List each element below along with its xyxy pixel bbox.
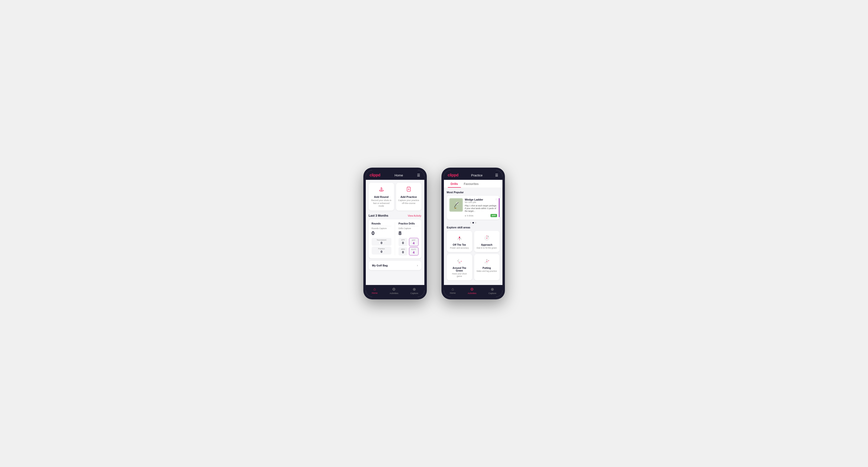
practice-label: Practice bbox=[373, 248, 391, 250]
practice-home-label: Home bbox=[450, 292, 456, 294]
svg-point-21 bbox=[486, 261, 487, 262]
skill-card-approach[interactable]: Approach Dial-in to hit the green bbox=[474, 231, 499, 252]
drill-thumbnail bbox=[449, 198, 463, 212]
shots-dot-icon: ● bbox=[465, 215, 466, 217]
off-the-tee-desc: Power and accuracy bbox=[449, 247, 470, 249]
carousel-dots bbox=[447, 222, 499, 223]
svg-point-8 bbox=[454, 208, 456, 209]
drills-big-val: 8 bbox=[399, 230, 418, 237]
tab-drills[interactable]: Drills bbox=[448, 180, 461, 188]
most-popular-title: Most Popular bbox=[447, 191, 499, 194]
golf-bag-row[interactable]: My Golf Bag › bbox=[369, 261, 422, 270]
add-round-card[interactable]: Add Round Record your shots in fast or e… bbox=[369, 183, 394, 211]
putting-name: Putting bbox=[476, 267, 497, 269]
add-round-icon bbox=[371, 186, 392, 194]
drill-desc: Play 1 shot at each target yardage. If y… bbox=[465, 205, 497, 213]
rounds-sub-row: Tournament 0 bbox=[372, 238, 392, 246]
tournament-box: Tournament 0 bbox=[372, 238, 392, 246]
phone-practice: clippd Practice ☰ Drills Favourites Most… bbox=[441, 167, 505, 300]
skill-grid: Off The Tee Power and accuracy Approach … bbox=[447, 231, 499, 280]
putting-icon bbox=[483, 257, 491, 266]
ott-label: OTT bbox=[400, 239, 407, 241]
skill-card-off-the-tee[interactable]: Off The Tee Power and accuracy bbox=[447, 231, 472, 252]
drill-card-wedge-ladder[interactable]: Wedge Ladder 50–100 yds Play 1 shot at e… bbox=[447, 196, 499, 220]
tournament-label: Tournament bbox=[373, 239, 391, 241]
app-header-practice: clippd Practice ☰ bbox=[444, 170, 502, 180]
practice-nav-home[interactable]: ⌂ Home bbox=[450, 287, 456, 294]
practice-tabs: Drills Favourites bbox=[444, 180, 502, 188]
activity-section-header: Last 3 Months View Activity bbox=[369, 214, 422, 217]
capture-nav-label: Capture bbox=[410, 292, 418, 294]
tab-favourites[interactable]: Favourites bbox=[461, 180, 482, 188]
app-logo: clippd bbox=[370, 173, 380, 177]
rounds-big-val: 0 bbox=[372, 230, 392, 237]
last-3-months-title: Last 3 Months bbox=[369, 214, 389, 217]
rounds-title: Rounds bbox=[372, 222, 392, 226]
stats-row: Rounds Rounds Capture 0 Tournament 0 Pra… bbox=[372, 222, 418, 255]
drill-shots: ● 9 shots bbox=[465, 215, 474, 217]
home-nav-icon: ⌂ bbox=[373, 287, 376, 291]
app-header-home: clippd Home ☰ bbox=[366, 170, 424, 180]
action-cards-row: Add Round Record your shots in fast or e… bbox=[369, 183, 422, 211]
svg-point-25 bbox=[485, 262, 486, 263]
skill-card-around-the-green[interactable]: Around The Green Hone your short game bbox=[447, 254, 472, 280]
capture-nav-icon: ⊕ bbox=[413, 287, 416, 291]
drill-footer: ● 9 shots APP bbox=[465, 214, 497, 217]
arg-val: 0 bbox=[400, 250, 407, 254]
add-practice-desc: Capture your practice off-the-course bbox=[398, 199, 420, 205]
add-practice-icon bbox=[398, 186, 420, 194]
add-practice-card[interactable]: Add Practice Capture your practice off-t… bbox=[396, 183, 422, 211]
practice-menu-icon[interactable]: ☰ bbox=[495, 173, 498, 177]
nav-home[interactable]: ⌂ Home bbox=[372, 287, 377, 294]
menu-icon[interactable]: ☰ bbox=[417, 173, 420, 177]
tournament-val: 0 bbox=[373, 241, 391, 245]
arg-box: ARG 0 bbox=[399, 247, 407, 255]
golf-bag-label: My Golf Bag bbox=[372, 264, 388, 267]
practice-activities-icon: ⚙ bbox=[470, 287, 474, 291]
skill-card-putting[interactable]: Putting Make and lag practice bbox=[474, 254, 499, 280]
around-the-green-name: Around The Green bbox=[449, 267, 470, 272]
view-activity-link[interactable]: View Activity bbox=[408, 215, 421, 217]
rounds-col: Rounds Rounds Capture 0 Tournament 0 Pra… bbox=[372, 222, 392, 255]
practice-page-title: Practice bbox=[471, 174, 483, 177]
drill-name: Wedge Ladder bbox=[465, 198, 497, 201]
bottom-nav-home: ⌂ Home ⚙ Activities ⊕ Capture bbox=[366, 285, 424, 297]
drills-bottom-row: ARG 0 PUTT 4 bbox=[399, 247, 418, 255]
svg-point-19 bbox=[458, 259, 459, 260]
dot-2 bbox=[472, 222, 474, 223]
star-icon[interactable]: ☆ bbox=[495, 198, 498, 201]
putting-desc: Make and lag practice bbox=[476, 270, 497, 272]
home-nav-label: Home bbox=[372, 292, 377, 294]
drill-card-accent bbox=[499, 198, 499, 217]
explore-title: Explore skill areas bbox=[447, 226, 499, 229]
practice-val: 0 bbox=[373, 250, 391, 253]
phone-home: clippd Home ☰ Ad bbox=[363, 167, 427, 300]
nav-activities[interactable]: ⚙ Activities bbox=[390, 287, 399, 294]
approach-icon bbox=[483, 234, 491, 243]
drills-col: Practice Drills Drills Capture 8 OTT 0 A… bbox=[399, 222, 418, 255]
drill-badge: APP bbox=[491, 214, 497, 217]
dot-1 bbox=[470, 222, 471, 223]
nav-capture[interactable]: ⊕ Capture bbox=[410, 287, 418, 294]
practice-logo: clippd bbox=[448, 173, 459, 177]
svg-point-2 bbox=[381, 190, 382, 191]
off-the-tee-name: Off The Tee bbox=[449, 244, 470, 246]
app-label: APP bbox=[410, 239, 417, 241]
practice-capture-label: Capture bbox=[489, 292, 496, 294]
add-round-title: Add Round bbox=[371, 195, 392, 198]
practice-home-icon: ⌂ bbox=[452, 287, 454, 291]
arg-label: ARG bbox=[400, 248, 407, 250]
svg-point-13 bbox=[486, 238, 487, 239]
app-val: 4 bbox=[410, 241, 417, 245]
practice-nav-capture[interactable]: ⊕ Capture bbox=[489, 287, 496, 294]
ott-box: OTT 0 bbox=[399, 238, 407, 246]
practice-nav-activities[interactable]: ⚙ Activities bbox=[468, 287, 476, 294]
activities-nav-label: Activities bbox=[390, 292, 399, 294]
drills-capture-label: Drills Capture bbox=[399, 227, 418, 229]
svg-point-16 bbox=[459, 262, 460, 263]
ott-val: 0 bbox=[400, 241, 407, 245]
home-content: Add Round Record your shots in fast or e… bbox=[366, 180, 424, 285]
bottom-nav-practice: ⌂ Home ⚙ Activities ⊕ Capture bbox=[444, 285, 502, 297]
page-title: Home bbox=[395, 174, 403, 177]
golf-bag-chevron: › bbox=[417, 264, 418, 267]
